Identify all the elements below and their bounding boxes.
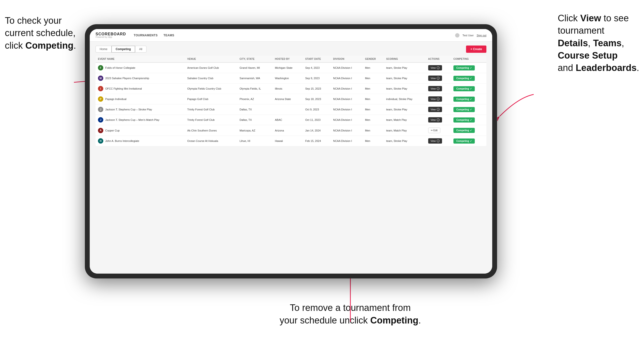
division-cell: NCAA Division I: [331, 84, 363, 94]
scoring-cell: team, Match Play: [384, 125, 426, 136]
event-name: Papago Individual: [105, 98, 126, 101]
col-division: DIVISION: [331, 56, 363, 62]
gender-cell: Men: [363, 84, 384, 94]
view-button[interactable]: View i: [428, 138, 442, 144]
competing-cell: Competing ✓: [451, 94, 486, 104]
venue-cell: Trinity Forest Golf Club: [185, 104, 237, 115]
competing-cell: Competing ✓: [451, 115, 486, 125]
hosted-by-cell: Illinois: [272, 84, 303, 94]
col-actions: ACTIONS: [426, 56, 451, 62]
tablet: SCOREBOARD Powered by clipp TOURNAMENTS …: [85, 24, 497, 278]
start-date-cell: Sep 9, 2023: [303, 73, 331, 84]
city-state-cell: Sammamish, WA: [237, 73, 272, 84]
table-header-row: EVENT NAME VENUE CITY, STATE HOSTED BY S…: [96, 56, 486, 62]
nav-tournaments[interactable]: TOURNAMENTS: [134, 34, 158, 37]
start-date-cell: Sep 18, 2023: [303, 94, 331, 104]
tab-competing[interactable]: Competing: [112, 46, 135, 52]
event-name-cell: I OFCC Fighting Illini Invitational: [96, 84, 185, 94]
table-row: W 2023 Sahalee Players Championship Saha…: [96, 73, 486, 84]
gender-cell: Men: [363, 136, 384, 146]
venue-cell: Ak-Chin Southern Dunes: [185, 125, 237, 136]
info-icon: i: [437, 77, 440, 80]
start-date-cell: Oct 9, 2023: [303, 104, 331, 115]
view-button[interactable]: View i: [428, 107, 442, 112]
create-button[interactable]: + Create: [466, 45, 486, 53]
edit-button[interactable]: ✏ Edit: [428, 128, 440, 133]
view-button[interactable]: View i: [428, 65, 442, 70]
check-icon: ✓: [470, 140, 472, 142]
competing-cell: Competing ✓: [451, 136, 486, 146]
city-state-cell: Dallas, TX: [237, 115, 272, 125]
competing-button[interactable]: Competing ✓: [454, 86, 475, 91]
event-name-cell: W 2023 Sahalee Players Championship: [96, 73, 185, 84]
col-scoring: SCORING: [384, 56, 426, 62]
venue-cell: Ocean Course At Hokuala: [185, 136, 237, 146]
venue-cell: Trinity Forest Golf Club: [185, 115, 237, 125]
city-state-cell: Grand Haven, MI: [237, 62, 272, 73]
annotation-top-left: To check your current schedule, click Co…: [5, 14, 76, 52]
hosted-by-cell: [272, 104, 303, 115]
competing-button[interactable]: Competing ✓: [454, 128, 475, 133]
table-row: A Copper Cup Ak-Chin Southern DunesMaric…: [96, 125, 486, 136]
competing-button[interactable]: Competing ✓: [454, 97, 475, 102]
brand-sub: Powered by clipp: [96, 36, 126, 38]
col-competing: COMPETING: [451, 56, 486, 62]
gender-cell: Men: [363, 104, 384, 115]
division-cell: NCAA Division I: [331, 104, 363, 115]
action-cell: View i: [426, 73, 451, 84]
info-icon: i: [437, 108, 440, 111]
hosted-by-cell: Arizona State: [272, 94, 303, 104]
event-name: Jackson T. Stephens Cup – Stroke Play: [105, 108, 152, 111]
col-venue: VENUE: [185, 56, 237, 62]
table-row: J Jackson T. Stephens Cup – Men's Match …: [96, 115, 486, 125]
competing-button[interactable]: Competing ✓: [454, 76, 475, 81]
nav-right: Test User Sign out: [455, 33, 486, 37]
check-icon: ✓: [470, 87, 472, 90]
brand-name: SCOREBOARD: [96, 32, 126, 36]
event-name-cell: F Folds of Honor Collegiate: [96, 62, 185, 73]
event-name-cell: A Copper Cup: [96, 125, 185, 136]
nav-teams[interactable]: TEAMS: [164, 34, 174, 37]
competing-button[interactable]: Competing ✓: [454, 139, 475, 144]
competing-button[interactable]: Competing ✓: [454, 107, 475, 112]
col-city-state: CITY, STATE: [237, 56, 272, 62]
division-cell: NCAA Division I: [331, 62, 363, 73]
competing-cell: Competing ✓: [451, 125, 486, 136]
gender-cell: Men: [363, 125, 384, 136]
venue-cell: American Dunes Golf Club: [185, 62, 237, 73]
competing-button[interactable]: Competing ✓: [454, 65, 475, 70]
col-gender: GENDER: [363, 56, 384, 62]
competing-cell: Competing ✓: [451, 62, 486, 73]
tab-all[interactable]: All: [135, 46, 146, 52]
user-icon: [455, 33, 460, 37]
venue-cell: Olympia Fields Country Club: [185, 84, 237, 94]
tab-home[interactable]: Home: [96, 46, 112, 52]
team-logo: I: [98, 86, 103, 91]
sign-out-link[interactable]: Sign out: [477, 34, 486, 37]
gender-cell: Men: [363, 115, 384, 125]
competing-cell: Competing ✓: [451, 84, 486, 94]
action-cell: ✏ Edit: [426, 125, 451, 136]
app-nav: SCOREBOARD Powered by clipp TOURNAMENTS …: [90, 29, 492, 42]
view-button[interactable]: View i: [428, 96, 442, 102]
action-cell: View i: [426, 84, 451, 94]
team-logo: W: [98, 76, 103, 81]
division-cell: NCAA Division I: [331, 94, 363, 104]
filter-bar: Home Competing All + Create: [96, 45, 486, 53]
content-area: Home Competing All + Create EVENT NAME V…: [90, 42, 492, 274]
competing-button[interactable]: Competing ✓: [454, 117, 475, 123]
check-icon: ✓: [470, 98, 472, 101]
hosted-by-cell: Michigan State: [272, 62, 303, 73]
team-logo: H: [98, 138, 103, 144]
view-button[interactable]: View i: [428, 117, 442, 123]
scoring-cell: team, Match Play: [384, 115, 426, 125]
event-name: John A. Burns Intercollegiate: [105, 140, 139, 142]
city-state-cell: Lihue, HI: [237, 136, 272, 146]
team-logo: J: [98, 117, 103, 123]
start-date-cell: Feb 15, 2024: [303, 136, 331, 146]
city-state-cell: Dallas, TX: [237, 104, 272, 115]
view-button[interactable]: View i: [428, 86, 442, 91]
info-icon: i: [437, 66, 440, 69]
hosted-by-cell: Washington: [272, 73, 303, 84]
view-button[interactable]: View i: [428, 76, 442, 81]
